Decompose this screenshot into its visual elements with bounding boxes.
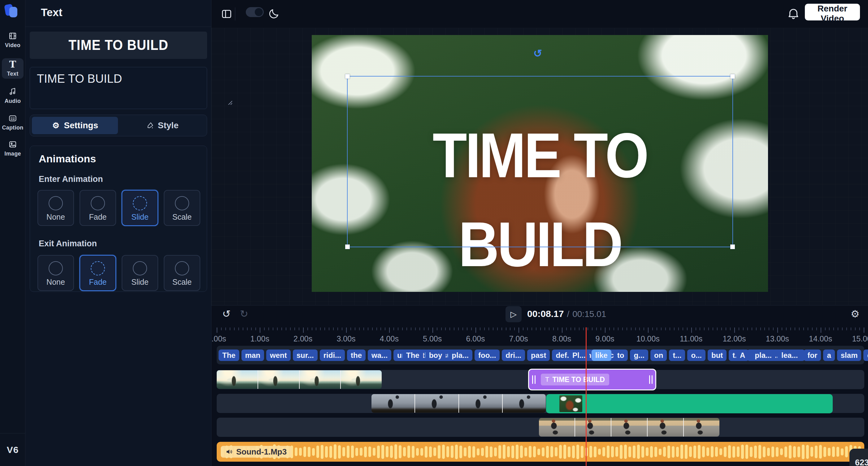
- audio-file-name: Sound-1.Mp3: [236, 447, 287, 457]
- caption-word-chip[interactable]: A: [736, 349, 749, 361]
- caption-word-chip[interactable]: The: [219, 349, 239, 361]
- enter-animation-label: Enter Animation: [39, 174, 103, 184]
- soccer-video-clip[interactable]: [371, 394, 546, 413]
- panel-toggle-button[interactable]: [220, 8, 233, 20]
- sidebar-item-text[interactable]: TText: [2, 58, 24, 79]
- timeline-text-clip[interactable]: T TIME TO BUILD: [528, 369, 656, 390]
- ruler-tick-label: 14.00s: [809, 334, 832, 343]
- caption-word-chip[interactable]: pla...: [751, 349, 775, 361]
- ruler-tick-label: 15.00s: [852, 334, 868, 343]
- animation-preview-circle: [91, 261, 105, 275]
- time-separator: /: [567, 309, 569, 319]
- clip-thumbnail: [559, 395, 582, 412]
- text-panel: Text TIME TO BUILD TIME TO BUILD ⚙Settin…: [25, 0, 211, 466]
- enter-animation-none[interactable]: None: [37, 190, 74, 226]
- trim-handle-right[interactable]: [646, 370, 655, 389]
- play-button[interactable]: ▷: [505, 306, 522, 322]
- trim-handle-left[interactable]: [529, 370, 538, 389]
- current-time: 00:08.17: [527, 309, 564, 319]
- resize-handle-bottom-left[interactable]: [345, 244, 350, 249]
- audio-clip[interactable]: Sound-1.Mp3: [217, 442, 864, 462]
- text-selection-box[interactable]: [347, 76, 733, 247]
- enter-animation-fade[interactable]: Fade: [80, 190, 116, 226]
- caption-word-chip[interactable]: for: [804, 349, 821, 361]
- caption-word-chip[interactable]: pla...: [448, 349, 472, 361]
- ruler-tick-label: 2.00s: [293, 334, 312, 343]
- caption-word-chip[interactable]: to: [614, 349, 628, 361]
- tab-style[interactable]: Style: [119, 117, 205, 134]
- caption-word-chip[interactable]: ridi...: [320, 349, 345, 361]
- sidebar-item-caption[interactable]: Caption: [2, 112, 24, 133]
- resize-handle-bottom-right[interactable]: [730, 244, 735, 249]
- video-thumbnail: [414, 394, 458, 413]
- rotate-handle-icon[interactable]: ↺: [533, 47, 542, 59]
- zoom-level-badge: 623: [849, 449, 868, 466]
- caption-word-chip[interactable]: wa...: [368, 349, 391, 361]
- text-icon: T: [8, 60, 17, 69]
- caption-word-chip[interactable]: like: [592, 349, 611, 361]
- caption-word-chip[interactable]: g...: [630, 349, 648, 361]
- sidebar-item-label: Image: [4, 151, 21, 157]
- sidebar-item-audio[interactable]: Audio: [2, 86, 24, 106]
- animation-preview-circle: [91, 196, 105, 210]
- total-duration: 00:15.01: [572, 309, 606, 319]
- caption-word-chip[interactable]: the: [347, 349, 366, 361]
- redo-button[interactable]: ↻: [240, 308, 248, 320]
- caption-word-chip[interactable]: t...: [669, 349, 685, 361]
- resize-handle-top-right[interactable]: [730, 74, 735, 79]
- caption-word-chip[interactable]: on: [650, 349, 667, 361]
- caption-word-chip[interactable]: dri...: [502, 349, 525, 361]
- undo-button[interactable]: ↺: [222, 308, 230, 320]
- video-thumbnail: [502, 394, 546, 413]
- ruler-tick-label: 3.00s: [337, 334, 355, 343]
- animation-option-label: Scale: [164, 212, 200, 222]
- render-video-button[interactable]: Render Video: [805, 4, 860, 21]
- exit-animation-slide[interactable]: Slide: [122, 255, 158, 291]
- ruler-tick-label: 5.00s: [423, 334, 442, 343]
- film-icon: [8, 32, 17, 40]
- caption-word-chip[interactable]: foo...: [474, 349, 500, 361]
- enter-animation-scale[interactable]: Scale: [164, 190, 200, 226]
- caption-word-chip[interactable]: The: [402, 349, 423, 361]
- timeline-settings-gear-icon[interactable]: ⚙: [851, 308, 860, 320]
- caption-word-chip[interactable]: but: [708, 349, 726, 361]
- timeline-ruler[interactable]: 0.00s1.00s2.00s3.00s4.00s5.00s6.00s7.00s…: [217, 327, 864, 342]
- timeline: ↺ ↻ ▷ 00:08.17 / 00:15.01 ⚙ 0.00s1.00s2.…: [211, 305, 868, 466]
- app-logo-icon[interactable]: [4, 3, 19, 18]
- animation-option-label: Scale: [164, 278, 200, 287]
- caption-word-chip[interactable]: a: [823, 349, 835, 361]
- sidebar-item-label: Video: [5, 42, 21, 49]
- flower-video-clip[interactable]: [546, 394, 833, 413]
- version-label: V6: [7, 445, 19, 455]
- exit-animation-label: Exit Animation: [39, 239, 97, 249]
- sidebar-item-video[interactable]: Video: [2, 30, 24, 50]
- exit-animation-fade[interactable]: Fade: [80, 255, 116, 291]
- caption-word-chip[interactable]: slam: [837, 349, 862, 361]
- cycling-video-clip[interactable]: [539, 418, 719, 437]
- notifications-bell-icon[interactable]: [787, 7, 800, 21]
- switch-knob: [255, 8, 263, 16]
- enter-animation-slide[interactable]: Slide: [122, 190, 158, 226]
- caption-word-chip[interactable]: man: [242, 349, 264, 361]
- ruler-major-ticks: [217, 327, 864, 333]
- exit-animation-none[interactable]: None: [37, 255, 74, 291]
- sidebar-item-image[interactable]: Image: [2, 138, 24, 158]
- caption-word-chip[interactable]: lea...: [778, 349, 801, 361]
- caption-word-chip[interactable]: went: [266, 349, 291, 361]
- caption-word-chip[interactable]: o...: [687, 349, 706, 361]
- animation-preview-circle: [175, 261, 189, 275]
- resize-handle-top-left[interactable]: [345, 74, 350, 79]
- caption-word-chip[interactable]: sur...: [293, 349, 318, 361]
- caption-word-chip[interactable]: du...: [863, 349, 868, 361]
- video-thumbnail: [575, 418, 611, 437]
- playhead[interactable]: [586, 327, 587, 466]
- video-thumbnail: [340, 370, 382, 389]
- exit-animation-scale[interactable]: Scale: [164, 255, 200, 291]
- theme-toggle-switch[interactable]: [246, 7, 264, 17]
- tab-settings[interactable]: ⚙Settings: [32, 117, 118, 134]
- text-content-input[interactable]: TIME TO BUILD: [30, 67, 207, 109]
- surf-video-clip[interactable]: [217, 370, 382, 389]
- caption-word-chip[interactable]: boy: [425, 349, 446, 361]
- text-style-preview[interactable]: TIME TO BUILD: [30, 32, 207, 59]
- caption-word-chip[interactable]: past: [527, 349, 550, 361]
